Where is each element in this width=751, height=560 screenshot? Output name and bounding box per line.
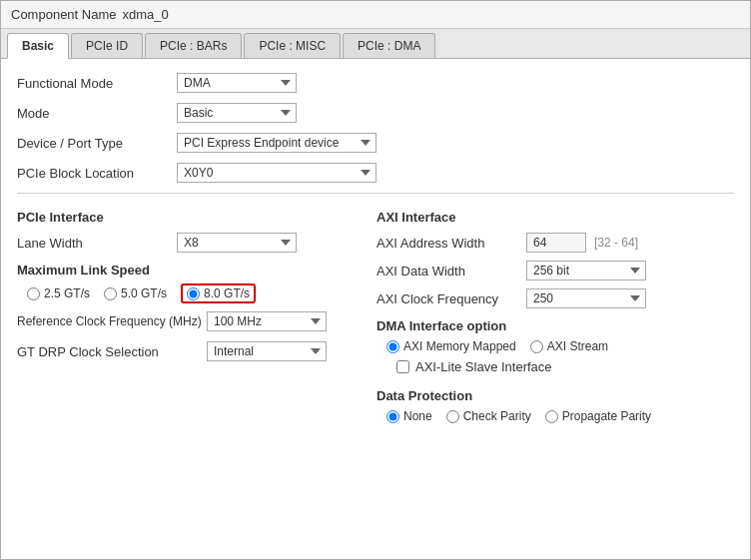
divider-1 (17, 193, 734, 194)
max-link-speed-title: Maximum Link Speed (17, 263, 357, 278)
axi-interface-title: AXI Interface (376, 210, 734, 225)
protection-propagate-parity-radio[interactable] (545, 410, 558, 423)
data-protection-title: Data Protection (376, 388, 734, 403)
lane-width-label: Lane Width (17, 236, 177, 251)
protection-none-label: None (403, 409, 432, 423)
axi-lite-slave-row[interactable]: AXI-Lite Slave Interface (396, 359, 734, 374)
protection-check-parity-radio[interactable] (446, 410, 459, 423)
mode-row: Mode Basic Advanced (17, 103, 734, 123)
tab-pcie-dma[interactable]: PCIe : DMA (343, 33, 435, 58)
ref-clock-label: Reference Clock Frequency (MHz) (17, 314, 207, 328)
device-port-type-row: Device / Port Type PCI Express Endpoint … (17, 133, 734, 153)
speed-2.5-radio[interactable] (27, 287, 40, 300)
dma-interface-group: AXI Memory Mapped AXI Stream (386, 339, 734, 353)
dma-memory-mapped-radio[interactable] (386, 340, 399, 353)
data-protection-group: None Check Parity Propagate Parity (386, 409, 734, 423)
pcie-interface-title: PCIe Interface (17, 210, 357, 225)
protection-check-parity-label: Check Parity (463, 409, 531, 423)
mode-label: Mode (17, 106, 177, 121)
gt-drp-select[interactable]: Internal External (207, 341, 327, 361)
functional-mode-label: Functional Mode (17, 76, 177, 91)
pcie-block-location-label: PCIe Block Location (17, 166, 177, 181)
speed-8.0-radio[interactable] (187, 287, 200, 300)
device-port-type-select[interactable]: PCI Express Endpoint device (177, 133, 376, 153)
pcie-interface-section: PCIe Interface Lane Width X1 X2 X4 X8 Ma… (17, 204, 357, 429)
axi-lite-slave-checkbox[interactable] (396, 360, 409, 373)
two-col-layout: PCIe Interface Lane Width X1 X2 X4 X8 Ma… (17, 204, 734, 429)
tab-basic[interactable]: Basic (7, 33, 69, 59)
dma-memory-mapped-option[interactable]: AXI Memory Mapped (386, 339, 516, 353)
speed-8.0-option-box[interactable]: 8.0 GT/s (181, 283, 256, 303)
component-name-label: Component Name (11, 7, 117, 22)
axi-address-width-label: AXI Address Width (376, 236, 526, 251)
protection-propagate-parity-option[interactable]: Propagate Parity (545, 409, 651, 423)
speed-5.0-label: 5.0 GT/s (121, 286, 167, 300)
max-link-speed-group: 2.5 GT/s 5.0 GT/s 8.0 GT/s (27, 283, 357, 303)
dma-memory-mapped-label: AXI Memory Mapped (403, 339, 516, 353)
protection-propagate-parity-label: Propagate Parity (562, 409, 651, 423)
axi-data-width-label: AXI Data Width (376, 264, 526, 279)
gt-drp-row: GT DRP Clock Selection Internal External (17, 341, 357, 361)
speed-2.5-option[interactable]: 2.5 GT/s (27, 286, 90, 300)
axi-clock-freq-row: AXI Clock Frequency 125 250 500 (376, 288, 734, 308)
functional-mode-row: Functional Mode DMA AXI Bridge AXI Slave… (17, 73, 734, 93)
pcie-block-location-row: PCIe Block Location X0Y0 (17, 163, 734, 183)
axi-lite-slave-label: AXI-Lite Slave Interface (415, 359, 552, 374)
axi-data-width-select[interactable]: 64 bit 128 bit 256 bit 512 bit (526, 261, 646, 280)
dma-stream-option[interactable]: AXI Stream (530, 339, 608, 353)
speed-5.0-radio[interactable] (104, 287, 117, 300)
axi-data-width-row: AXI Data Width 64 bit 128 bit 256 bit 51… (376, 261, 734, 280)
axi-clock-freq-label: AXI Clock Frequency (376, 291, 526, 306)
tab-pcie-id[interactable]: PCIe ID (71, 33, 143, 58)
functional-mode-select[interactable]: DMA AXI Bridge AXI Slave Bridge (177, 73, 297, 93)
protection-none-option[interactable]: None (386, 409, 432, 423)
dma-interface-title: DMA Interface option (376, 318, 734, 333)
lane-width-row: Lane Width X1 X2 X4 X8 (17, 233, 357, 253)
component-name-value: xdma_0 (123, 7, 169, 22)
tab-bar: Basic PCIe ID PCIe : BARs PCIe : MISC PC… (1, 29, 750, 59)
tab-pcie-misc[interactable]: PCIe : MISC (244, 33, 341, 58)
axi-section: AXI Interface AXI Address Width [32 - 64… (376, 204, 734, 429)
axi-address-width-row: AXI Address Width [32 - 64] (376, 233, 734, 253)
speed-8.0-label: 8.0 GT/s (204, 286, 250, 300)
ref-clock-row: Reference Clock Frequency (MHz) 100 MHz … (17, 311, 357, 331)
dma-stream-radio[interactable] (530, 340, 543, 353)
pcie-block-location-select[interactable]: X0Y0 (177, 163, 376, 183)
speed-5.0-option[interactable]: 5.0 GT/s (104, 286, 167, 300)
lane-width-select[interactable]: X1 X2 X4 X8 (177, 233, 297, 253)
axi-address-width-input[interactable] (526, 233, 586, 253)
protection-none-radio[interactable] (386, 410, 399, 423)
tab-pcie-bars[interactable]: PCIe : BARs (145, 33, 242, 58)
ref-clock-select[interactable]: 100 MHz 125 MHz 250 MHz (207, 311, 327, 331)
speed-2.5-label: 2.5 GT/s (44, 286, 90, 300)
dma-stream-label: AXI Stream (547, 339, 608, 353)
mode-select[interactable]: Basic Advanced (177, 103, 297, 123)
axi-clock-freq-select[interactable]: 125 250 500 (526, 288, 646, 308)
device-port-type-label: Device / Port Type (17, 136, 177, 151)
axi-address-width-hint: [32 - 64] (594, 236, 638, 250)
gt-drp-label: GT DRP Clock Selection (17, 344, 207, 359)
protection-check-parity-option[interactable]: Check Parity (446, 409, 531, 423)
